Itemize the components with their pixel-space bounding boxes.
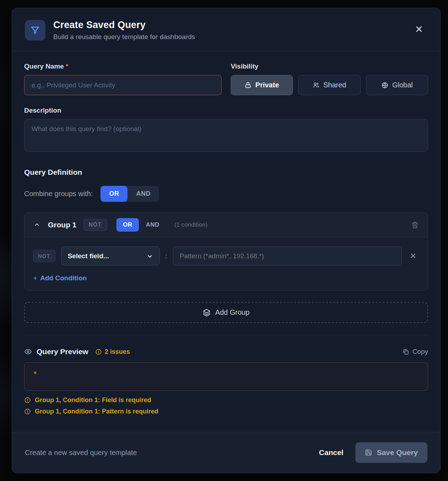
visibility-options: Private Shared <box>231 75 428 95</box>
query-definition-title: Query Definition <box>24 168 428 177</box>
condition-row: NOT Select field... : ✕ <box>33 247 419 265</box>
add-group-label: Add Group <box>215 308 250 317</box>
description-label: Description <box>24 107 428 114</box>
condition-count: (1 condition) <box>174 221 208 228</box>
visibility-shared-button[interactable]: Shared <box>298 75 360 95</box>
field-select[interactable]: Select field... <box>61 247 160 265</box>
validation-error-item: Group 1, Condition 1: Field is required <box>24 396 428 404</box>
eye-icon <box>24 348 32 356</box>
plus-icon: + <box>33 274 37 282</box>
remove-condition-icon: ✕ <box>410 252 416 260</box>
group-panel: Group 1 NOT OR AND (1 condition) <box>24 212 428 291</box>
query-name-label-text: Query Name <box>24 63 64 70</box>
field-select-value: Select field... <box>68 252 109 260</box>
issues-count-text: 2 issues <box>105 348 130 356</box>
visibility-shared-label: Shared <box>323 81 346 89</box>
warning-icon <box>24 408 31 415</box>
group-not-toggle[interactable]: NOT <box>83 219 108 231</box>
issues-badge: 2 issues <box>95 348 130 356</box>
condition-separator: : <box>165 252 167 260</box>
combine-groups-row: Combine groups with: OR AND <box>24 186 428 202</box>
group-or-button[interactable]: OR <box>116 218 139 232</box>
delete-group-button[interactable] <box>410 220 420 230</box>
pattern-input[interactable] <box>173 247 401 265</box>
save-query-label: Save Query <box>377 448 418 457</box>
group-body: NOT Select field... : ✕ + Add Co <box>24 237 428 290</box>
cancel-button[interactable]: Cancel <box>319 448 344 457</box>
filter-icon-tile <box>25 20 45 40</box>
layers-icon <box>203 309 211 317</box>
users-icon <box>313 82 319 88</box>
query-name-field-group: Query Name* <box>24 63 222 95</box>
warning-icon <box>24 397 31 404</box>
copy-label: Copy <box>413 348 428 356</box>
collapse-group-button[interactable] <box>32 220 42 229</box>
dialog-title: Create Saved Query <box>53 20 195 31</box>
preview-title: Query Preview <box>37 347 88 356</box>
close-icon: ✕ <box>415 24 423 35</box>
dialog-subtitle: Build a reusable query template for dash… <box>53 33 195 41</box>
description-textarea[interactable] <box>24 119 428 152</box>
chevron-down-icon <box>147 253 153 259</box>
section-divider <box>24 335 428 335</box>
required-asterisk: * <box>66 63 68 70</box>
copy-icon <box>403 348 409 355</box>
query-preview-box: * <box>24 362 428 391</box>
preview-header: Query Preview 2 issues Copy <box>24 347 428 356</box>
dialog-title-block: Create Saved Query Build a reusable quer… <box>53 20 195 41</box>
visibility-private-label: Private <box>255 81 279 89</box>
footer-actions: Cancel Save Query <box>319 442 427 463</box>
group-name: Group 1 <box>48 221 77 229</box>
close-button[interactable]: ✕ <box>413 22 425 37</box>
visibility-global-label: Global <box>392 81 413 89</box>
add-condition-label: Add Condition <box>40 274 87 282</box>
combine-groups-label: Combine groups with: <box>24 190 93 198</box>
remove-condition-button[interactable]: ✕ <box>407 250 419 262</box>
visibility-global-button[interactable]: Global <box>366 75 428 95</box>
preview-query-text: * <box>33 370 37 378</box>
combine-and-button[interactable]: AND <box>127 186 159 202</box>
query-name-input[interactable] <box>24 75 222 95</box>
trash-icon <box>411 221 419 228</box>
condition-not-toggle[interactable]: NOT <box>33 250 55 262</box>
validation-error-text: Group 1, Condition 1: Field is required <box>35 396 151 404</box>
warning-icon <box>95 348 102 355</box>
footer-hint: Create a new saved query template <box>25 449 137 457</box>
chevron-up-icon <box>34 222 40 228</box>
visibility-private-button[interactable]: Private <box>231 75 293 95</box>
visibility-label: Visibility <box>231 63 428 70</box>
validation-errors: Group 1, Condition 1: Field is required … <box>24 396 428 415</box>
combine-operator-toggle: OR AND <box>100 186 159 202</box>
lock-icon <box>245 82 251 88</box>
filter-icon <box>30 25 40 36</box>
save-icon <box>365 449 372 456</box>
visibility-field-group: Visibility Private <box>231 63 428 95</box>
globe-icon <box>381 82 388 89</box>
create-saved-query-dialog: Create Saved Query Build a reusable quer… <box>12 8 441 473</box>
description-field-group: Description <box>24 107 428 153</box>
dialog-body: Query Name* Visibility Private <box>12 51 440 432</box>
combine-or-button[interactable]: OR <box>100 186 127 202</box>
group-header: Group 1 NOT OR AND (1 condition) <box>24 213 428 237</box>
add-condition-button[interactable]: + Add Condition <box>33 274 87 282</box>
group-operator-toggle: OR AND <box>116 218 166 232</box>
group-and-button[interactable]: AND <box>140 218 166 232</box>
validation-error-text: Group 1, Condition 1: Pattern is require… <box>35 408 158 415</box>
add-group-button[interactable]: Add Group <box>24 302 428 323</box>
validation-error-item: Group 1, Condition 1: Pattern is require… <box>24 408 428 415</box>
copy-button[interactable]: Copy <box>403 348 428 356</box>
query-name-label: Query Name* <box>24 63 222 70</box>
save-query-button[interactable]: Save Query <box>355 442 427 463</box>
dialog-header: Create Saved Query Build a reusable quer… <box>12 8 440 51</box>
dialog-footer: Create a new saved query template Cancel… <box>12 432 440 473</box>
